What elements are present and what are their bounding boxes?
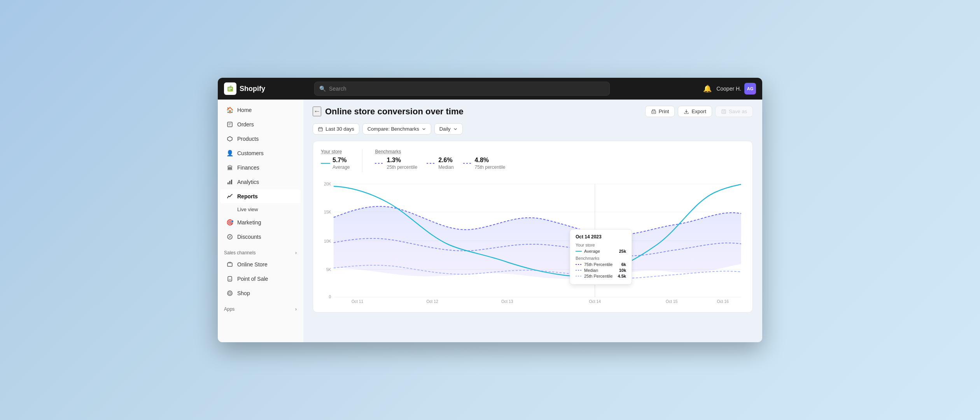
sidebar-label-customers: Customers [237, 150, 264, 156]
apps-section: Apps › [218, 303, 303, 313]
sidebar-item-home[interactable]: 🏠 Home [220, 103, 301, 117]
svg-rect-13 [229, 279, 231, 280]
tooltip-p25-indicator [576, 276, 582, 276]
sidebar-label-finances: Finances [237, 164, 259, 171]
tooltip-median-indicator [576, 270, 582, 271]
save-as-label: Save as [729, 108, 747, 114]
interval-filter[interactable]: Daily [434, 123, 463, 135]
search-icon: 🔍 [319, 86, 326, 92]
svg-rect-11 [228, 263, 232, 266]
sidebar-item-live-view[interactable]: Live view [220, 204, 301, 215]
marketing-icon: 🎯 [226, 219, 233, 226]
save-as-button[interactable]: Save as [715, 106, 753, 117]
svg-rect-6 [229, 181, 231, 184]
save-as-icon [721, 109, 726, 114]
search-placeholder: Search [329, 86, 346, 92]
median-label: Median [438, 164, 453, 170]
sidebar-item-online-store[interactable]: Online Store [220, 257, 301, 271]
shopify-logo[interactable]: Shopify [224, 82, 265, 95]
svg-point-15 [229, 292, 231, 294]
svg-text:Oct 12: Oct 12 [426, 299, 438, 303]
avatar: AG [744, 83, 756, 94]
chart-legend: Your store 5.7% Average Benchmarks [321, 149, 745, 172]
sidebar-item-point-of-sale[interactable]: Point of Sale [220, 272, 301, 286]
search-bar[interactable]: 🔍 Search [314, 82, 610, 96]
tooltip-p75-indicator [576, 264, 582, 265]
user-menu[interactable]: Cooper H. AG [716, 83, 756, 94]
tooltip-p25-row: 25th Percentile 4.5k [576, 274, 626, 278]
customers-icon: 👤 [226, 150, 233, 157]
average-line-indicator [321, 163, 330, 164]
median-line-indicator [427, 163, 436, 164]
finances-icon: 🏛 [226, 164, 233, 171]
title-row: ← Online store conversion over time [313, 107, 464, 117]
svg-text:Oct 16: Oct 16 [717, 299, 728, 303]
sidebar: 🏠 Home Orders Products 👤 Customers � [218, 100, 303, 342]
shopify-logo-icon [224, 82, 236, 95]
sales-channels-chevron-icon[interactable]: › [295, 250, 297, 256]
svg-rect-5 [228, 182, 229, 184]
svg-rect-0 [228, 87, 233, 91]
tooltip-date: Oct 14 2023 [576, 234, 626, 240]
shop-icon [226, 290, 233, 297]
sidebar-label-live-view: Live view [237, 206, 258, 212]
svg-marker-4 [228, 136, 232, 141]
calendar-icon [318, 126, 323, 132]
sidebar-item-marketing[interactable]: 🎯 Marketing [220, 215, 301, 229]
svg-text:0: 0 [329, 294, 331, 299]
date-range-filter[interactable]: Last 30 days [313, 123, 359, 135]
tooltip-average-indicator [576, 251, 582, 252]
sidebar-item-reports[interactable]: Reports [220, 189, 301, 203]
benchmarks-section-label: Benchmarks [375, 149, 505, 154]
svg-rect-7 [231, 180, 232, 184]
tooltip-benchmarks-label: Benchmarks [576, 256, 626, 261]
export-label: Export [691, 108, 706, 114]
chart-tooltip: Oct 14 2023 Your store Average 25k Bench… [570, 229, 632, 285]
your-store-legend: Your store 5.7% Average [321, 149, 350, 171]
svg-rect-1 [228, 88, 232, 89]
sidebar-item-discounts[interactable]: Discounts [220, 230, 301, 244]
sidebar-item-shop[interactable]: Shop [220, 286, 301, 300]
export-button[interactable]: Export [678, 106, 712, 117]
sidebar-label-marketing: Marketing [237, 219, 261, 226]
sidebar-label-online-store: Online Store [237, 261, 268, 268]
export-icon [684, 109, 689, 114]
sidebar-label-products: Products [237, 136, 259, 142]
tooltip-median-row: Median 10k [576, 268, 626, 273]
print-icon [651, 109, 656, 114]
notification-bell-icon[interactable]: 🔔 [703, 84, 712, 93]
your-store-section-label: Your store [321, 149, 350, 154]
svg-text:Oct 11: Oct 11 [352, 299, 363, 303]
median-value: 2.6% [438, 157, 453, 164]
p75-legend-item: 4.8% 75th percentile [463, 157, 506, 170]
legend-separator [362, 149, 362, 172]
apps-chevron-icon[interactable]: › [295, 306, 297, 312]
p75-label: 75th percentile [475, 164, 506, 170]
average-label: Average [332, 164, 350, 170]
compare-filter[interactable]: Compare: Benchmarks [362, 123, 431, 135]
print-label: Print [659, 108, 669, 114]
sidebar-item-customers[interactable]: 👤 Customers [220, 146, 301, 160]
compare-label: Compare: Benchmarks [368, 126, 419, 132]
svg-text:15K: 15K [324, 210, 331, 214]
average-value: 5.7% [332, 157, 350, 164]
svg-point-14 [228, 291, 232, 296]
tooltip-p25-label: 25th Percentile [584, 274, 612, 278]
tooltip-average-label: Average [584, 249, 600, 254]
sidebar-item-analytics[interactable]: Analytics [220, 175, 301, 189]
print-button[interactable]: Print [645, 106, 675, 117]
sidebar-item-finances[interactable]: 🏛 Finances [220, 161, 301, 175]
online-store-icon [226, 261, 233, 268]
date-range-label: Last 30 days [326, 126, 354, 132]
p75-value: 4.8% [475, 157, 506, 164]
sidebar-label-point-of-sale: Point of Sale [237, 276, 268, 282]
svg-rect-17 [653, 112, 655, 112]
back-button[interactable]: ← [313, 107, 321, 116]
header-actions: Print Export Save as [645, 106, 753, 117]
svg-point-9 [229, 236, 229, 236]
sidebar-label-analytics: Analytics [237, 179, 259, 185]
sidebar-item-orders[interactable]: Orders [220, 117, 301, 131]
products-icon [226, 135, 233, 142]
svg-text:Oct 15: Oct 15 [666, 299, 677, 303]
sidebar-item-products[interactable]: Products [220, 132, 301, 146]
